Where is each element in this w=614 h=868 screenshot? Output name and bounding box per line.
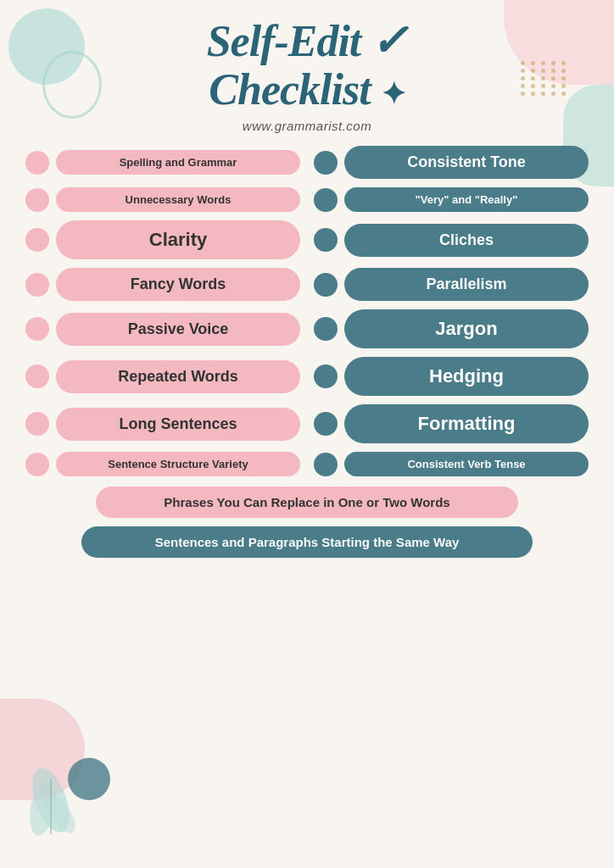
header: Self-Edit ✓ Checklist ✦ www.grammarist.c… (25, 17, 589, 133)
pill-fancy-words: Fancy Words (56, 268, 300, 301)
pill-formatting: Formatting (344, 404, 589, 443)
list-item: Sentence Structure Variety (25, 452, 300, 476)
bottom-section: Phrases You Can Replace in One or Two Wo… (25, 487, 589, 558)
dot-left-2 (25, 188, 49, 212)
pill-sentences-paragraphs: Sentences and Paragraphs Starting the Sa… (81, 526, 532, 558)
list-item: Jargon (314, 309, 589, 348)
dot-left-5 (25, 317, 49, 341)
list-item: Passive Voice (25, 309, 300, 348)
dot-right-8 (314, 453, 338, 476)
checkmark-icon: ✓ (371, 17, 407, 65)
list-item: Parallelism (314, 268, 589, 301)
list-item: Hedging (314, 357, 589, 396)
dot-right-2 (314, 188, 338, 212)
pill-clarity: Clarity (56, 220, 300, 259)
title-line2: Checklist (209, 65, 370, 114)
list-item: Consistent Verb Tense (314, 452, 589, 476)
list-item: Clarity (25, 220, 300, 259)
pill-sentence-structure: Sentence Structure Variety (56, 452, 300, 476)
dot-right-7 (314, 412, 338, 436)
list-item: Unnecessary Words (25, 187, 300, 212)
page-title: Self-Edit ✓ Checklist ✦ (25, 17, 589, 114)
dot-left-1 (25, 151, 49, 175)
spark-icon: ✦ (381, 77, 405, 111)
list-item: Cliches (314, 220, 589, 259)
list-item: Long Sentences (25, 404, 300, 443)
pill-passive-voice: Passive Voice (56, 313, 300, 346)
website-url: www.grammarist.com (25, 119, 589, 133)
dot-right-3 (314, 228, 338, 252)
dot-left-7 (25, 412, 49, 436)
pill-phrases-replace: Phrases You Can Replace in One or Two Wo… (96, 487, 518, 518)
pill-hedging: Hedging (344, 357, 589, 396)
list-item: Formatting (314, 404, 589, 443)
pill-consistent-tone: Consistent Tone (344, 146, 589, 179)
dot-right-5 (314, 317, 338, 341)
pill-spelling-grammar: Spelling and Grammar (56, 150, 300, 175)
dot-left-8 (25, 453, 49, 476)
pill-long-sentences: Long Sentences (56, 408, 300, 441)
list-item: Spelling and Grammar (25, 146, 300, 179)
list-item: Fancy Words (25, 268, 300, 301)
pill-repeated-words: Repeated Words (56, 360, 300, 393)
dot-left-4 (25, 273, 49, 297)
pill-cliches: Cliches (344, 224, 589, 257)
pill-very-really: "Very" and "Really" (344, 187, 589, 212)
title-line1: Self-Edit (207, 17, 361, 65)
checklist-grid: Spelling and Grammar Consistent Tone Unn… (25, 146, 589, 476)
list-item: "Very" and "Really" (314, 187, 589, 212)
dot-left-6 (25, 364, 49, 388)
dot-right-1 (314, 151, 338, 175)
dot-right-4 (314, 273, 338, 297)
pill-consistent-verb-tense: Consistent Verb Tense (344, 452, 589, 476)
pill-unnecessary-words: Unnecessary Words (56, 187, 300, 212)
dot-right-6 (314, 364, 338, 388)
dot-left-3 (25, 228, 49, 252)
leaf-decoration (13, 754, 89, 847)
list-item: Consistent Tone (314, 146, 589, 179)
main-container: Self-Edit ✓ Checklist ✦ www.grammarist.c… (0, 0, 614, 575)
pill-jargon: Jargon (344, 309, 589, 348)
pill-parallelism: Parallelism (344, 268, 589, 301)
list-item: Repeated Words (25, 357, 300, 396)
